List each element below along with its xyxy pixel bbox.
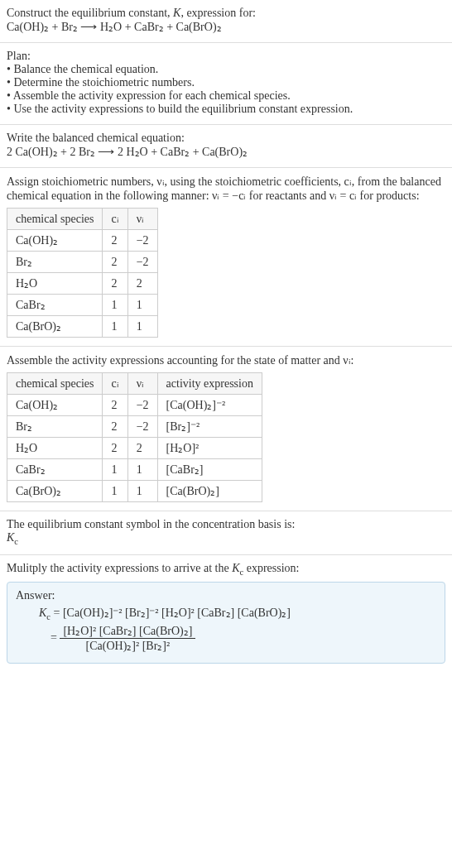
cell-ci: 2 [103,395,127,416]
cell-vi: −2 [127,395,157,416]
cell-vi: 2 [127,438,157,459]
col-vi: νᵢ [127,373,157,395]
cell-vi: −2 [127,230,157,252]
cell-vi: −2 [127,416,157,438]
kc-flat-line: Kc = [Ca(OH)₂]⁻² [Br₂]⁻² [H₂O]² [CaBr₂] … [39,606,436,621]
table-row: CaBr₂ 1 1 [7,295,158,316]
table-header-row: chemical species cᵢ νᵢ [7,209,158,230]
plan-heading: Plan: [7,50,445,63]
cell-activity: [Br₂]⁻² [157,416,262,438]
balanced-heading: Write the balanced chemical equation: [7,132,445,145]
symbol-text: The equilibrium constant symbol in the c… [7,518,445,531]
cell-ci: 1 [103,316,127,338]
cell-species: Br₂ [7,416,103,438]
table-row: Ca(BrO)₂ 1 1 [Ca(BrO)₂] [7,481,262,502]
cell-vi: 1 [127,295,157,316]
symbol-section: The equilibrium constant symbol in the c… [0,511,452,555]
answer-box: Answer: Kc = [Ca(OH)₂]⁻² [Br₂]⁻² [H₂O]² … [7,582,445,664]
cell-vi: 1 [127,459,157,481]
cell-ci: 2 [103,273,127,295]
cell-activity: [Ca(OH)₂]⁻² [157,395,262,416]
cell-ci: 2 [103,230,127,252]
cell-vi: 1 [127,481,157,502]
cell-species: Ca(OH)₂ [7,395,103,416]
stoich-table: chemical species cᵢ νᵢ Ca(OH)₂ 2 −2 Br₂ … [7,208,158,338]
stoich-text: Assign stoichiometric numbers, νᵢ, using… [7,175,445,203]
cell-species: CaBr₂ [7,459,103,481]
table-row: Br₂ 2 −2 [7,252,158,273]
symbol-kc: Kc [7,531,445,546]
table-row: Ca(OH)₂ 2 −2 [Ca(OH)₂]⁻² [7,395,262,416]
table-row: Br₂ 2 −2 [Br₂]⁻² [7,416,262,438]
intro-equation: Ca(OH)₂ + Br₂ ⟶ H₂O + CaBr₂ + Ca(BrO)₂ [7,20,445,34]
intro-line1: Construct the equilibrium constant, K, e… [7,7,256,19]
activity-section: Assemble the activity expressions accoun… [0,347,452,511]
kc-fraction: [H₂O]² [CaBr₂] [Ca(BrO)₂] [Ca(OH)₂]² [Br… [60,624,195,653]
answer-section: Mulitply the activity expressions to arr… [0,555,452,673]
plan-bullet-1: • Balance the chemical equation. [7,63,445,76]
kc-fraction-line: = [H₂O]² [CaBr₂] [Ca(BrO)₂] [Ca(OH)₂]² [… [39,624,436,653]
cell-ci: 1 [103,459,127,481]
balanced-section: Write the balanced chemical equation: 2 … [0,125,452,168]
activity-table: chemical species cᵢ νᵢ activity expressi… [7,372,262,502]
cell-ci: 2 [103,252,127,273]
intro-section: Construct the equilibrium constant, K, e… [0,0,452,43]
cell-ci: 1 [103,295,127,316]
cell-species: Ca(BrO)₂ [7,316,103,338]
cell-activity: [CaBr₂] [157,459,262,481]
cell-ci: 1 [103,481,127,502]
balanced-equation: 2 Ca(OH)₂ + 2 Br₂ ⟶ 2 H₂O + CaBr₂ + Ca(B… [7,145,445,159]
kc-denominator: [Ca(OH)₂]² [Br₂]² [60,639,195,653]
plan-bullet-2: • Determine the stoichiometric numbers. [7,76,445,89]
answer-label: Answer: [16,589,436,602]
cell-species: Ca(BrO)₂ [7,481,103,502]
table-header-row: chemical species cᵢ νᵢ activity expressi… [7,373,262,395]
cell-species: H₂O [7,273,103,295]
table-row: Ca(OH)₂ 2 −2 [7,230,158,252]
cell-species: Ca(OH)₂ [7,230,103,252]
activity-heading: Assemble the activity expressions accoun… [7,353,445,367]
col-ci: cᵢ [103,373,127,395]
cell-vi: 2 [127,273,157,295]
table-row: H₂O 2 2 [H₂O]² [7,438,262,459]
stoich-section: Assign stoichiometric numbers, νᵢ, using… [0,168,452,347]
cell-species: Br₂ [7,252,103,273]
plan-bullet-4: • Use the activity expressions to build … [7,103,445,116]
kc-numerator: [H₂O]² [CaBr₂] [Ca(BrO)₂] [60,624,195,639]
cell-vi: 1 [127,316,157,338]
cell-activity: [Ca(BrO)₂] [157,481,262,502]
col-species: chemical species [7,209,103,230]
col-species: chemical species [7,373,103,395]
table-row: Ca(BrO)₂ 1 1 [7,316,158,338]
kc-flat-expr: [Ca(OH)₂]⁻² [Br₂]⁻² [H₂O]² [CaBr₂] [Ca(B… [63,607,291,619]
cell-activity: [H₂O]² [157,438,262,459]
cell-ci: 2 [103,416,127,438]
cell-vi: −2 [127,252,157,273]
col-ci: cᵢ [103,209,127,230]
plan-bullet-3: • Assemble the activity expression for e… [7,89,445,103]
table-row: H₂O 2 2 [7,273,158,295]
multiply-heading: Mulitply the activity expressions to arr… [7,562,445,577]
cell-species: H₂O [7,438,103,459]
col-vi: νᵢ [127,209,157,230]
col-activity: activity expression [157,373,262,395]
table-row: CaBr₂ 1 1 [CaBr₂] [7,459,262,481]
cell-ci: 2 [103,438,127,459]
cell-species: CaBr₂ [7,295,103,316]
plan-section: Plan: • Balance the chemical equation. •… [0,43,452,125]
